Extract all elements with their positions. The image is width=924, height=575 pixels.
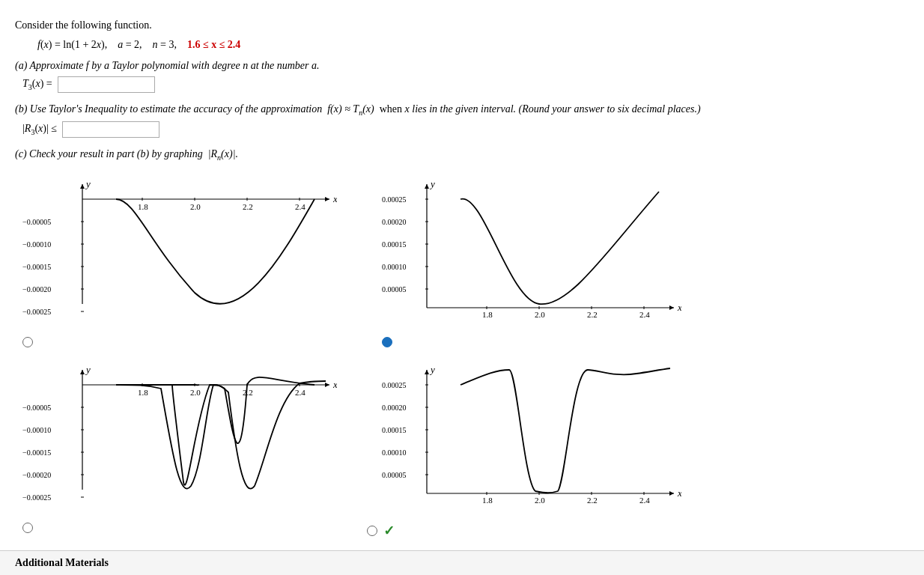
- n-value: n = 3,: [153, 39, 185, 50]
- additional-materials-label[interactable]: Additional Materials: [15, 557, 109, 568]
- svg-text:−0.00010: −0.00010: [22, 240, 51, 249]
- svg-text:−0.00020: −0.00020: [22, 285, 51, 293]
- radio-bottom-right-wrap: ✓: [367, 523, 681, 539]
- part-c: (c) Check your result in part (b) by gra…: [15, 148, 909, 162]
- svg-text:1.8: 1.8: [482, 496, 493, 505]
- bottom-bar: Additional Materials: [0, 550, 924, 575]
- when-label: when: [380, 103, 402, 115]
- radio-bottom-left-wrap: [22, 523, 337, 533]
- graph-top-left-container: x y 1.8 2.0 2.2 2.4 −0.00005 −0.00010 −0…: [22, 169, 337, 347]
- part-b-label: (b) Use Taylor's Inequality to estimate …: [15, 103, 909, 117]
- svg-text:2.2: 2.2: [243, 202, 253, 211]
- graph-bottom-right: x y 1.8 2.0 2.2 2.4 0.00025 0.00020 0.00…: [367, 355, 681, 520]
- svg-text:2.4: 2.4: [639, 310, 650, 319]
- intro-text: Consider the following function.: [15, 19, 152, 31]
- radio-bottom-right[interactable]: [367, 526, 377, 536]
- svg-text:1.8: 1.8: [138, 388, 148, 397]
- svg-text:0.00025: 0.00025: [382, 195, 407, 204]
- svg-text:−0.00015: −0.00015: [22, 263, 51, 271]
- svg-marker-24: [669, 305, 674, 310]
- t3-label: T3(x) =: [22, 78, 55, 89]
- svg-marker-25: [425, 184, 429, 189]
- svg-text:−0.00015: −0.00015: [22, 448, 51, 457]
- curve-bottom-left-2: [120, 381, 326, 489]
- graph-bottom-left-svg: x y 1.8 2.0 2.2 2.4 −0.00005 −0.00010 −0…: [22, 355, 337, 520]
- radio-bottom-left[interactable]: [22, 523, 33, 533]
- svg-marker-3: [80, 184, 85, 189]
- svg-text:2.0: 2.0: [190, 202, 201, 211]
- svg-text:−0.00025: −0.00025: [22, 308, 51, 316]
- svg-text:x: x: [677, 487, 681, 499]
- svg-marker-72: [669, 491, 674, 496]
- svg-text:x: x: [677, 302, 681, 313]
- svg-text:y: y: [429, 178, 435, 189]
- svg-text:0.00005: 0.00005: [382, 285, 407, 293]
- radio-top-left-wrap: [22, 337, 337, 347]
- graphs-row-1: x y 1.8 2.0 2.2 2.4 −0.00005 −0.00010 −0…: [22, 169, 909, 347]
- svg-text:2.2: 2.2: [587, 310, 598, 319]
- graph-bottom-right-container: x y 1.8 2.0 2.2 2.4 0.00025 0.00020 0.00…: [367, 355, 681, 539]
- graph-top-left: x y 1.8 2.0 2.2 2.4 −0.00005 −0.00010 −0…: [22, 169, 337, 334]
- svg-text:0.00010: 0.00010: [382, 263, 407, 271]
- svg-text:2.2: 2.2: [243, 388, 253, 397]
- curve-top-left: [116, 199, 314, 304]
- svg-marker-73: [425, 370, 429, 374]
- svg-text:0.00005: 0.00005: [382, 471, 407, 479]
- y-axis-label-tl: y: [85, 178, 91, 189]
- r3-input-row: |R3(x)| ≤: [22, 121, 909, 138]
- t3-input-row: T3(x) =: [22, 76, 909, 93]
- svg-text:2.4: 2.4: [639, 496, 650, 505]
- svg-marker-49: [80, 370, 85, 374]
- svg-text:−0.00005: −0.00005: [22, 218, 51, 226]
- checkmark-icon: ✓: [383, 523, 395, 539]
- curve-bottom-right: [461, 368, 670, 493]
- graph-top-right: x y 1.8 2.0 2.2 2.4 0.00025 0.00020 0.00…: [367, 169, 681, 334]
- graph-bottom-left-container: x y 1.8 2.0 2.2 2.4 −0.00005 −0.00010 −0…: [22, 355, 337, 539]
- svg-text:2.0: 2.0: [535, 310, 545, 319]
- r3-input[interactable]: [62, 121, 159, 138]
- svg-text:2.0: 2.0: [190, 388, 201, 397]
- graph-bottom-right-svg: x y 1.8 2.0 2.2 2.4 0.00025 0.00020 0.00…: [367, 355, 681, 520]
- svg-text:0.00025: 0.00025: [382, 381, 407, 389]
- svg-text:x: x: [332, 379, 337, 390]
- svg-text:y: y: [85, 364, 91, 375]
- svg-text:2.4: 2.4: [295, 388, 306, 397]
- graph-bottom-left: x y 1.8 2.0 2.2 2.4 −0.00005 −0.00010 −0…: [22, 355, 337, 520]
- svg-text:−0.00025: −0.00025: [22, 493, 51, 502]
- x-axis-label-tl: x: [332, 193, 337, 204]
- t3-input[interactable]: [58, 76, 155, 93]
- r3-label: |R3(x)| ≤: [22, 123, 59, 134]
- radio-top-left[interactable]: [22, 337, 33, 347]
- svg-text:2.0: 2.0: [535, 496, 545, 505]
- function-def-line: f(x) = ln(1 + 2x), a = 2, n = 3, 1.6 ≤ x…: [37, 39, 909, 51]
- svg-text:2.2: 2.2: [587, 496, 598, 505]
- svg-text:y: y: [429, 364, 435, 375]
- graph-top-right-container: x y 1.8 2.0 2.2 2.4 0.00025 0.00020 0.00…: [367, 169, 681, 347]
- svg-text:0.00020: 0.00020: [382, 404, 407, 412]
- svg-text:0.00020: 0.00020: [382, 218, 407, 226]
- part-b: (b) Use Taylor's Inequality to estimate …: [15, 103, 909, 138]
- svg-text:−0.00020: −0.00020: [22, 471, 51, 479]
- graphs-row-2: x y 1.8 2.0 2.2 2.4 −0.00005 −0.00010 −0…: [22, 355, 909, 539]
- svg-text:0.00015: 0.00015: [382, 240, 407, 249]
- svg-text:1.8: 1.8: [138, 202, 148, 211]
- radio-top-right-wrap: [382, 337, 681, 347]
- svg-marker-2: [325, 197, 329, 201]
- svg-text:−0.00005: −0.00005: [22, 404, 51, 412]
- svg-text:1.8: 1.8: [482, 310, 493, 319]
- graph-top-left-svg: x y 1.8 2.0 2.2 2.4 −0.00005 −0.00010 −0…: [22, 169, 337, 334]
- svg-text:0.00015: 0.00015: [382, 426, 407, 434]
- part-c-label: (c) Check your result in part (b) by gra…: [15, 148, 909, 162]
- problem-intro: Consider the following function.: [15, 19, 909, 31]
- svg-text:−0.00010: −0.00010: [22, 426, 51, 434]
- part-a: (a) Approximate f by a Taylor polynomial…: [15, 60, 909, 93]
- part-a-label: (a) Approximate f by a Taylor polynomial…: [15, 60, 909, 72]
- function-def: f(x) = ln(1 + 2x),: [37, 39, 115, 50]
- a-value: a = 2,: [118, 39, 150, 50]
- svg-text:2.4: 2.4: [295, 202, 306, 211]
- svg-text:0.00010: 0.00010: [382, 448, 407, 457]
- svg-marker-48: [325, 383, 329, 387]
- radio-top-right[interactable]: [382, 337, 392, 347]
- curve-top-right: [461, 192, 659, 304]
- x-range: 1.6 ≤ x ≤ 2.4: [187, 39, 240, 50]
